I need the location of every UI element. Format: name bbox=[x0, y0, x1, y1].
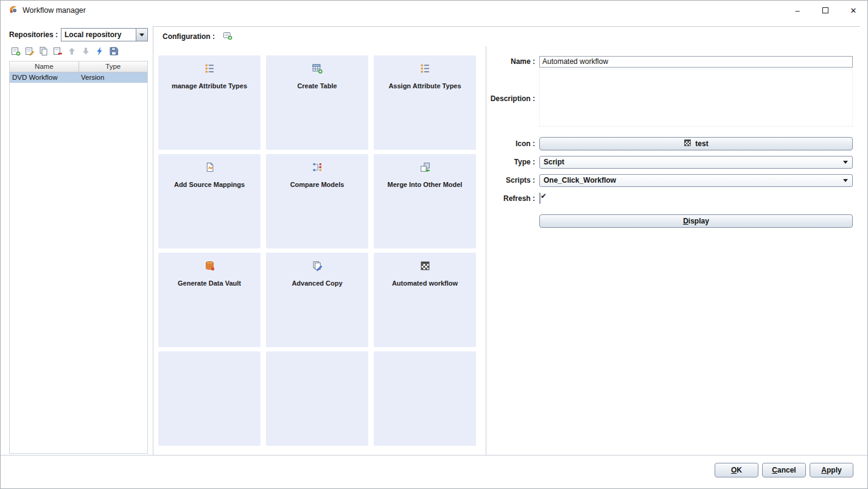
description-label: Description : bbox=[486, 94, 539, 103]
scripts-label: Scripts : bbox=[486, 176, 539, 185]
maximize-button[interactable] bbox=[811, 1, 839, 20]
advanced-copy-icon bbox=[312, 261, 323, 272]
card-empty[interactable] bbox=[266, 351, 368, 446]
workflow-grid-icon bbox=[420, 261, 430, 272]
icon-picker-label: test bbox=[695, 139, 708, 148]
workflow-table-header: Name Type bbox=[10, 62, 147, 72]
repositories-label: Repositories : bbox=[9, 30, 58, 39]
card-automated-workflow[interactable]: Automated workflow bbox=[374, 253, 476, 347]
type-select[interactable]: Script bbox=[539, 156, 853, 169]
attribute-list-icon bbox=[420, 63, 430, 74]
card-merge-into-other-model[interactable]: Merge Into Other Model bbox=[374, 154, 476, 248]
save-icon bbox=[109, 46, 119, 56]
repository-select-value: Local repository bbox=[61, 29, 136, 41]
icon-picker-button[interactable]: test bbox=[539, 137, 853, 150]
apply-button[interactable]: Apply bbox=[810, 463, 853, 477]
card-label: Automated workflow bbox=[388, 280, 461, 287]
ok-button[interactable]: OK bbox=[715, 463, 758, 477]
card-create-table[interactable]: Create Table bbox=[266, 55, 368, 150]
card-label: Merge Into Other Model bbox=[384, 181, 466, 188]
column-header-name[interactable]: Name bbox=[10, 62, 79, 72]
workflow-manager-window: Workflow manager – ✕ Repositories : Loca… bbox=[0, 0, 868, 489]
workflow-card-grid: manage Attribute Types bbox=[153, 46, 486, 455]
table-empty-area bbox=[10, 83, 147, 453]
cancel-button[interactable]: Cancel bbox=[762, 463, 806, 477]
card-manage-attribute-types[interactable]: manage Attribute Types bbox=[158, 55, 261, 150]
chevron-down-icon bbox=[839, 157, 852, 168]
card-label: Create Table bbox=[293, 82, 340, 90]
app-icon bbox=[8, 4, 18, 16]
description-textarea[interactable] bbox=[539, 69, 853, 127]
close-button[interactable]: ✕ bbox=[839, 1, 867, 20]
repositories-panel: Repositories : Local repository bbox=[9, 28, 148, 454]
type-select-value: Script bbox=[540, 158, 839, 166]
compare-models-icon bbox=[312, 162, 323, 173]
workflow-table: Name Type DVD Workflow Version bbox=[9, 61, 148, 454]
edit-workflow-button[interactable] bbox=[24, 46, 35, 57]
remove-icon bbox=[53, 46, 63, 56]
refresh-icon bbox=[95, 46, 105, 56]
card-label: manage Attribute Types bbox=[168, 82, 251, 90]
card-assign-attribute-types[interactable]: Assign Attribute Types bbox=[374, 55, 476, 150]
card-compare-models[interactable]: Compare Models bbox=[266, 154, 368, 248]
new-icon bbox=[11, 46, 21, 56]
new-workflow-button[interactable] bbox=[10, 46, 21, 57]
workflow-detail-form: Name : Description : Icon : bbox=[486, 46, 860, 455]
source-mapping-icon bbox=[205, 162, 215, 173]
move-up-button[interactable] bbox=[66, 46, 77, 57]
ok-button-label: OK bbox=[731, 466, 742, 474]
card-empty[interactable] bbox=[374, 351, 476, 446]
cancel-button-label: Cancel bbox=[772, 466, 796, 474]
edit-icon bbox=[25, 46, 35, 56]
card-add-source-mappings[interactable]: Add Source Mappings bbox=[158, 154, 261, 248]
display-button[interactable]: Display bbox=[539, 214, 853, 228]
scripts-select[interactable]: One_Click_Workflow bbox=[539, 174, 853, 187]
name-input[interactable] bbox=[539, 56, 853, 68]
repository-toolbar bbox=[9, 41, 148, 60]
cell-name: DVD Workflow bbox=[10, 72, 79, 83]
copy-workflow-button[interactable] bbox=[38, 46, 49, 57]
merge-model-icon bbox=[420, 162, 430, 173]
delete-workflow-button[interactable] bbox=[52, 46, 63, 57]
table-row[interactable]: DVD Workflow Version bbox=[10, 72, 147, 83]
move-up-icon bbox=[67, 46, 77, 56]
data-vault-icon bbox=[205, 261, 215, 272]
card-label: Generate Data Vault bbox=[174, 280, 245, 287]
name-label: Name : bbox=[486, 57, 539, 66]
card-label: Assign Attribute Types bbox=[385, 82, 464, 90]
save-button[interactable] bbox=[108, 46, 119, 57]
maximize-icon bbox=[822, 7, 828, 13]
cell-type: Version bbox=[79, 72, 147, 83]
add-configuration-icon[interactable] bbox=[223, 30, 233, 43]
repository-select[interactable]: Local repository bbox=[61, 28, 148, 41]
copy-icon bbox=[39, 46, 49, 56]
icon-label: Icon : bbox=[486, 139, 539, 148]
card-label: Compare Models bbox=[287, 181, 348, 188]
display-button-label: Display bbox=[683, 217, 709, 225]
type-label: Type : bbox=[486, 158, 539, 166]
column-header-type[interactable]: Type bbox=[79, 62, 148, 72]
scripts-select-value: One_Click_Workflow bbox=[540, 176, 839, 185]
refresh-button[interactable] bbox=[94, 46, 105, 57]
chevron-down-icon bbox=[839, 175, 852, 186]
move-down-icon bbox=[81, 46, 91, 56]
dialog-footer: OK Cancel Apply bbox=[1, 455, 867, 489]
titlebar: Workflow manager – ✕ bbox=[1, 1, 867, 20]
refresh-checkbox[interactable] bbox=[539, 192, 541, 204]
move-down-button[interactable] bbox=[80, 46, 91, 57]
repository-select-arrow[interactable] bbox=[136, 29, 147, 41]
card-advanced-copy[interactable]: Advanced Copy bbox=[266, 253, 368, 347]
apply-button-label: Apply bbox=[821, 466, 841, 474]
refresh-label: Refresh : bbox=[486, 194, 539, 203]
card-label: Advanced Copy bbox=[288, 280, 346, 287]
attribute-list-icon bbox=[205, 63, 215, 74]
card-generate-data-vault[interactable]: Generate Data Vault bbox=[158, 253, 261, 347]
configuration-label: Configuration : bbox=[163, 32, 215, 41]
workflow-grid-icon bbox=[684, 139, 691, 149]
create-table-icon bbox=[312, 63, 323, 74]
minimize-button[interactable]: – bbox=[783, 1, 811, 20]
chevron-down-icon bbox=[139, 33, 144, 37]
card-label: Add Source Mappings bbox=[170, 181, 248, 188]
card-empty[interactable] bbox=[158, 351, 261, 446]
window-title: Workflow manager bbox=[23, 6, 86, 15]
